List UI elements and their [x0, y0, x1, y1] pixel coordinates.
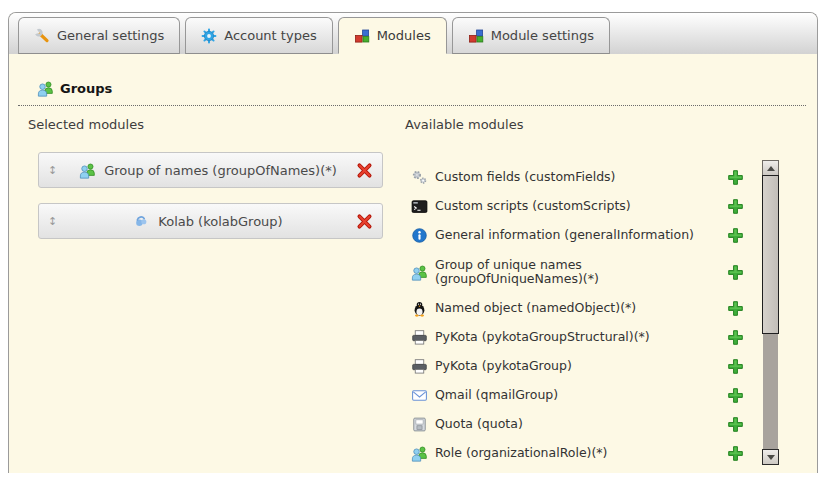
- tab-module-settings[interactable]: Module settings: [452, 17, 610, 54]
- available-module-row: Role (organizationalRole)(*): [405, 439, 752, 468]
- available-module-label: Custom scripts (customScripts): [435, 199, 707, 213]
- available-module-label: Qmail (qmailGroup): [435, 388, 707, 402]
- available-modules-panel: Available modules Custom fields (customF…: [405, 117, 752, 468]
- tab-label: General settings: [57, 28, 164, 43]
- group-icon: [411, 445, 428, 462]
- gear-icon: [201, 28, 217, 44]
- available-module-label: Custom fields (customFields): [435, 170, 707, 184]
- printer-icon: [411, 329, 428, 346]
- tab-general-settings[interactable]: General settings: [18, 17, 180, 54]
- available-module-label: Named object (namedObject)(*): [435, 301, 707, 315]
- available-module-label: Quota (quota): [435, 417, 707, 431]
- selected-modules-panel: Selected modules ↕ Group of names (group…: [28, 117, 388, 254]
- terminal-icon: [411, 198, 428, 215]
- available-module-label: Role (organizationalRole)(*): [435, 446, 707, 460]
- scrollbar-thumb[interactable]: [762, 175, 779, 334]
- down-arrow-icon: [767, 455, 775, 460]
- add-button[interactable]: [727, 445, 744, 462]
- delete-button[interactable]: [356, 213, 373, 230]
- section-title: Groups: [60, 81, 112, 96]
- wrench-icon: [34, 28, 50, 44]
- available-module-row: Quota (quota): [405, 410, 752, 439]
- add-button[interactable]: [727, 264, 744, 281]
- modules-tab-content: Groups Selected modules ↕ Group of names…: [9, 54, 817, 473]
- available-module-label: Group of unique names (groupOfUniqueName…: [435, 258, 707, 287]
- add-button[interactable]: [727, 329, 744, 346]
- available-modules-label: Available modules: [405, 117, 752, 132]
- tab-label: Modules: [377, 28, 431, 43]
- add-button[interactable]: [727, 169, 744, 186]
- group-icon: [79, 162, 96, 179]
- up-arrow-icon: [767, 166, 775, 171]
- available-module-row: Qmail (qmailGroup): [405, 381, 752, 410]
- selected-module-row[interactable]: ↕ Group of names (groupOfNames)(*): [38, 152, 383, 188]
- gears-icon: [411, 169, 428, 186]
- available-module-row: General information (generalInformation): [405, 221, 752, 250]
- drag-handle-icon[interactable]: ↕: [48, 165, 60, 176]
- kolab-icon: [133, 213, 150, 230]
- tab-account-types[interactable]: Account types: [185, 17, 332, 54]
- selected-module-label: Kolab (kolabGroup): [158, 214, 282, 229]
- add-button[interactable]: [727, 416, 744, 433]
- available-module-label: General information (generalInformation): [435, 228, 707, 242]
- section-heading: Groups: [18, 80, 806, 106]
- group-icon: [37, 80, 54, 97]
- tab-modules[interactable]: Modules: [338, 17, 447, 54]
- add-button[interactable]: [727, 227, 744, 244]
- scrollbar-down-button[interactable]: [762, 449, 779, 465]
- delete-button[interactable]: [356, 162, 373, 179]
- printer-icon: [411, 358, 428, 375]
- modules-icon: [468, 28, 484, 44]
- available-modules-scrollbar: [762, 160, 779, 465]
- configuration-window: General settings Account types: [8, 12, 818, 473]
- add-button[interactable]: [727, 358, 744, 375]
- penguin-icon: [411, 300, 428, 317]
- scrollbar-up-button[interactable]: [762, 160, 779, 176]
- selected-module-row[interactable]: ↕ Kolab (kolabGroup): [38, 203, 383, 239]
- selected-module-label: Group of names (groupOfNames)(*): [104, 163, 337, 178]
- tab-label: Module settings: [491, 28, 594, 43]
- available-module-row: Custom scripts (customScripts): [405, 192, 752, 221]
- tab-bar: General settings Account types: [9, 13, 817, 54]
- modules-icon: [354, 28, 370, 44]
- available-module-row: Custom fields (customFields): [405, 163, 752, 192]
- add-button[interactable]: [727, 387, 744, 404]
- add-button[interactable]: [727, 300, 744, 317]
- available-module-row: Group of unique names (groupOfUniqueName…: [405, 250, 752, 294]
- disk-icon: [411, 416, 428, 433]
- drag-handle-icon[interactable]: ↕: [48, 216, 60, 227]
- available-module-row: PyKota (pykotaGroupStructural)(*): [405, 323, 752, 352]
- available-module-label: PyKota (pykotaGroupStructural)(*): [435, 330, 707, 344]
- group-icon: [411, 264, 428, 281]
- add-button[interactable]: [727, 198, 744, 215]
- available-module-row: Named object (namedObject)(*): [405, 294, 752, 323]
- mail-icon: [411, 387, 428, 404]
- available-module-row: PyKota (pykotaGroup): [405, 352, 752, 381]
- available-module-label: PyKota (pykotaGroup): [435, 359, 707, 373]
- info-icon: [411, 227, 428, 244]
- selected-modules-label: Selected modules: [28, 117, 388, 132]
- tab-label: Account types: [224, 28, 316, 43]
